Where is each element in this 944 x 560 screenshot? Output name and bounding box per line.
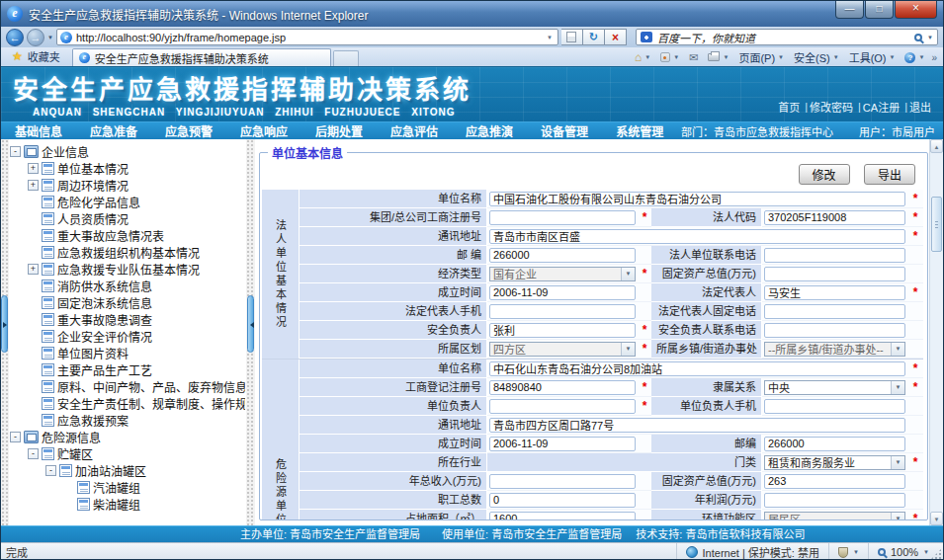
tree-expand-icon[interactable]: + xyxy=(28,264,39,275)
command-menu-item[interactable]: 工具(O)▼ xyxy=(844,49,901,65)
command-menu-item[interactable]: 页面(P)▼ xyxy=(733,49,789,65)
tree-item[interactable]: 单位图片资料 xyxy=(10,345,245,361)
form-input[interactable] xyxy=(764,304,905,319)
form-input[interactable] xyxy=(489,512,636,521)
export-button[interactable]: 导出 xyxy=(864,164,915,185)
more-commands-icon[interactable]: » xyxy=(929,52,939,63)
header-link[interactable]: CA注册 xyxy=(861,99,901,115)
menu-item[interactable]: 应急评估 xyxy=(377,122,452,139)
minimize-button[interactable]: — xyxy=(835,1,864,19)
form-input[interactable] xyxy=(764,399,905,414)
form-input[interactable] xyxy=(489,493,636,508)
form-input[interactable] xyxy=(489,399,636,414)
forward-button[interactable]: → xyxy=(27,29,44,46)
tree-item[interactable]: -贮罐区 xyxy=(10,445,245,462)
menu-item[interactable]: 设备管理 xyxy=(527,122,602,139)
history-dropdown-icon[interactable]: ▼ xyxy=(47,35,53,40)
tree-item[interactable]: +周边环境情况 xyxy=(10,177,245,194)
form-input[interactable] xyxy=(764,248,905,263)
form-input[interactable] xyxy=(489,437,636,451)
form-input[interactable] xyxy=(489,304,636,319)
form-input[interactable] xyxy=(489,210,636,225)
form-input[interactable] xyxy=(764,437,905,451)
select-field[interactable]: 四方区▼ xyxy=(489,342,636,357)
form-input[interactable] xyxy=(489,380,636,395)
tree-item[interactable]: 企业安全评价情况 xyxy=(10,328,245,345)
refresh-button[interactable]: ↻ xyxy=(583,29,605,45)
tree-item[interactable]: 原料、中间产物、产品、废弃物信息 xyxy=(10,378,245,395)
menu-item[interactable]: 应急预警 xyxy=(151,122,226,139)
form-input[interactable] xyxy=(489,248,636,263)
search-dropdown-icon[interactable]: ▼ xyxy=(927,35,933,40)
modify-button[interactable]: 修改 xyxy=(799,164,850,185)
address-dropdown-icon[interactable]: ▼ xyxy=(545,35,555,40)
maximize-button[interactable]: □ xyxy=(865,1,894,19)
form-input[interactable] xyxy=(764,474,905,489)
home-button[interactable]: ⌂▼ xyxy=(630,51,655,63)
close-button[interactable]: × xyxy=(895,1,937,19)
search-icon[interactable] xyxy=(914,34,922,41)
tree-item[interactable]: 柴油罐组 xyxy=(10,496,245,513)
tree-item[interactable]: 危险化学品信息 xyxy=(10,194,245,210)
stop-button[interactable]: × xyxy=(605,29,627,45)
tree-expand-icon[interactable]: + xyxy=(28,180,39,191)
scrollbar-thumb[interactable] xyxy=(931,197,942,252)
select-field[interactable]: 居民区▼ xyxy=(764,512,905,521)
tree-item[interactable]: -加油站油罐区 xyxy=(10,462,245,479)
address-bar[interactable]: e http://localhost:90/yjzh/frame/homepag… xyxy=(56,29,558,45)
tree-collapse-icon[interactable]: - xyxy=(10,432,21,442)
header-link[interactable]: 修改密码 xyxy=(808,99,855,115)
command-menu-item[interactable]: 安全(S)▼ xyxy=(789,49,844,65)
favorites-button[interactable]: ★ 收藏夹 xyxy=(4,48,72,66)
form-input[interactable] xyxy=(489,323,636,338)
tree-item[interactable]: 主要产品生产工艺 xyxy=(10,361,245,378)
tree-collapse-icon[interactable]: - xyxy=(45,465,56,476)
form-input[interactable] xyxy=(764,285,905,300)
tree-splitter-handle[interactable] xyxy=(247,295,254,353)
tree-item[interactable]: -危险源信息 xyxy=(10,429,245,445)
menu-item[interactable]: 系统管理 xyxy=(602,122,677,139)
form-input[interactable] xyxy=(764,210,905,225)
tree-collapse-icon[interactable]: - xyxy=(28,448,39,459)
tree-item[interactable]: -企业信息 xyxy=(10,143,245,160)
privacy-segment[interactable]: ▼ xyxy=(828,543,868,560)
form-input[interactable] xyxy=(489,285,636,300)
scroll-up-icon[interactable]: ▲ xyxy=(930,139,943,153)
menu-item[interactable]: 应急推演 xyxy=(452,122,527,139)
feeds-button[interactable]: ▼ xyxy=(655,52,684,62)
form-input[interactable] xyxy=(489,418,905,433)
tree-item[interactable]: 应急救援预案 xyxy=(10,412,245,429)
tree-item[interactable]: 消防供水系统信息 xyxy=(10,278,245,294)
content-scrollbar[interactable]: ▲ ▼ xyxy=(929,139,943,525)
header-link[interactable]: 首页 xyxy=(776,99,802,115)
menu-item[interactable]: 后期处置 xyxy=(301,122,377,139)
compatibility-view-button[interactable] xyxy=(561,29,583,45)
form-input[interactable] xyxy=(489,361,905,376)
form-input[interactable] xyxy=(489,474,636,489)
tree-collapse-icon[interactable]: - xyxy=(10,146,21,157)
new-tab-button[interactable] xyxy=(333,50,359,66)
form-input[interactable] xyxy=(489,229,905,244)
search-input[interactable]: 百度一下，你就知道 xyxy=(657,30,909,45)
help-button[interactable]: ?▼ xyxy=(900,52,929,63)
select-field[interactable]: 租赁和商务服务业▼ xyxy=(764,455,905,470)
menu-item[interactable]: 应急准备 xyxy=(76,122,151,139)
back-button[interactable]: ← xyxy=(6,29,24,46)
read-mail-button[interactable]: ✉ xyxy=(684,51,703,64)
form-input[interactable] xyxy=(764,493,905,508)
url-text[interactable]: http://localhost:90/yjzh/frame/homepage.… xyxy=(76,32,541,43)
tree-expand-icon[interactable]: + xyxy=(28,163,39,174)
menu-item[interactable]: 应急响应 xyxy=(226,122,301,139)
scroll-down-icon[interactable]: ▼ xyxy=(930,512,943,525)
tree-item[interactable]: +单位基本情况 xyxy=(10,160,245,177)
left-splitter-handle[interactable] xyxy=(1,295,8,353)
zoom-control[interactable]: 100% ▼ xyxy=(868,543,938,560)
select-field[interactable]: 国有企业▼ xyxy=(489,267,636,281)
tree-item[interactable]: 重大事故应急情况表 xyxy=(10,227,245,244)
tree-item[interactable]: +应急救援专业队伍基本情况 xyxy=(10,261,245,278)
select-field[interactable]: 中央▼ xyxy=(764,380,905,395)
tab-active[interactable]: e 安全生产应急救援指挥辅助决策系统 xyxy=(72,48,331,66)
tree-item[interactable]: 重大事故隐患调查 xyxy=(10,311,245,328)
select-field[interactable]: --所属乡镇/街道办事处--▼ xyxy=(764,342,905,357)
form-input[interactable] xyxy=(764,323,905,338)
